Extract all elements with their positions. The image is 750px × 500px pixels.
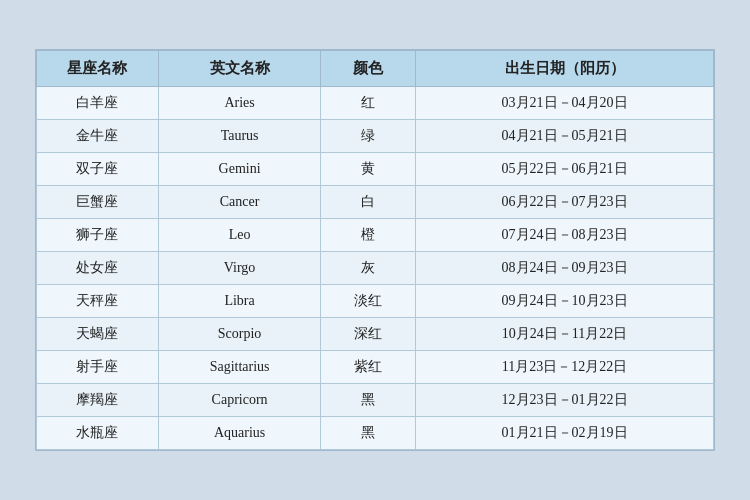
cell-chinese: 巨蟹座	[37, 186, 159, 219]
table-row: 金牛座Taurus绿04月21日－05月21日	[37, 120, 714, 153]
cell-date: 07月24日－08月23日	[416, 219, 714, 252]
cell-date: 03月21日－04月20日	[416, 87, 714, 120]
table-row: 射手座Sagittarius紫红11月23日－12月22日	[37, 351, 714, 384]
cell-date: 10月24日－11月22日	[416, 318, 714, 351]
table-row: 天秤座Libra淡红09月24日－10月23日	[37, 285, 714, 318]
table-row: 水瓶座Aquarius黑01月21日－02月19日	[37, 417, 714, 450]
cell-date: 01月21日－02月19日	[416, 417, 714, 450]
cell-english: Taurus	[158, 120, 320, 153]
cell-english: Gemini	[158, 153, 320, 186]
header-color: 颜色	[321, 51, 416, 87]
cell-chinese: 天秤座	[37, 285, 159, 318]
cell-english: Virgo	[158, 252, 320, 285]
cell-chinese: 白羊座	[37, 87, 159, 120]
table-row: 摩羯座Capricorn黑12月23日－01月22日	[37, 384, 714, 417]
table-row: 双子座Gemini黄05月22日－06月21日	[37, 153, 714, 186]
cell-chinese: 处女座	[37, 252, 159, 285]
cell-chinese: 水瓶座	[37, 417, 159, 450]
header-english: 英文名称	[158, 51, 320, 87]
cell-english: Capricorn	[158, 384, 320, 417]
cell-color: 黄	[321, 153, 416, 186]
cell-color: 橙	[321, 219, 416, 252]
cell-chinese: 摩羯座	[37, 384, 159, 417]
cell-date: 12月23日－01月22日	[416, 384, 714, 417]
table-row: 狮子座Leo橙07月24日－08月23日	[37, 219, 714, 252]
table-row: 天蝎座Scorpio深红10月24日－11月22日	[37, 318, 714, 351]
cell-date: 11月23日－12月22日	[416, 351, 714, 384]
table-header-row: 星座名称 英文名称 颜色 出生日期（阳历）	[37, 51, 714, 87]
cell-english: Sagittarius	[158, 351, 320, 384]
header-date: 出生日期（阳历）	[416, 51, 714, 87]
cell-chinese: 射手座	[37, 351, 159, 384]
cell-english: Leo	[158, 219, 320, 252]
cell-color: 深红	[321, 318, 416, 351]
cell-color: 紫红	[321, 351, 416, 384]
zodiac-table: 星座名称 英文名称 颜色 出生日期（阳历） 白羊座Aries红03月21日－04…	[36, 50, 714, 450]
cell-chinese: 狮子座	[37, 219, 159, 252]
cell-chinese: 金牛座	[37, 120, 159, 153]
zodiac-table-container: 星座名称 英文名称 颜色 出生日期（阳历） 白羊座Aries红03月21日－04…	[35, 49, 715, 451]
cell-english: Aquarius	[158, 417, 320, 450]
cell-english: Cancer	[158, 186, 320, 219]
cell-chinese: 双子座	[37, 153, 159, 186]
cell-date: 08月24日－09月23日	[416, 252, 714, 285]
cell-color: 淡红	[321, 285, 416, 318]
table-row: 白羊座Aries红03月21日－04月20日	[37, 87, 714, 120]
cell-english: Scorpio	[158, 318, 320, 351]
cell-date: 09月24日－10月23日	[416, 285, 714, 318]
header-chinese: 星座名称	[37, 51, 159, 87]
table-row: 处女座Virgo灰08月24日－09月23日	[37, 252, 714, 285]
cell-english: Aries	[158, 87, 320, 120]
cell-color: 绿	[321, 120, 416, 153]
table-row: 巨蟹座Cancer白06月22日－07月23日	[37, 186, 714, 219]
cell-color: 灰	[321, 252, 416, 285]
cell-date: 06月22日－07月23日	[416, 186, 714, 219]
cell-date: 04月21日－05月21日	[416, 120, 714, 153]
cell-english: Libra	[158, 285, 320, 318]
cell-color: 黑	[321, 384, 416, 417]
cell-color: 黑	[321, 417, 416, 450]
cell-date: 05月22日－06月21日	[416, 153, 714, 186]
cell-chinese: 天蝎座	[37, 318, 159, 351]
cell-color: 红	[321, 87, 416, 120]
cell-color: 白	[321, 186, 416, 219]
